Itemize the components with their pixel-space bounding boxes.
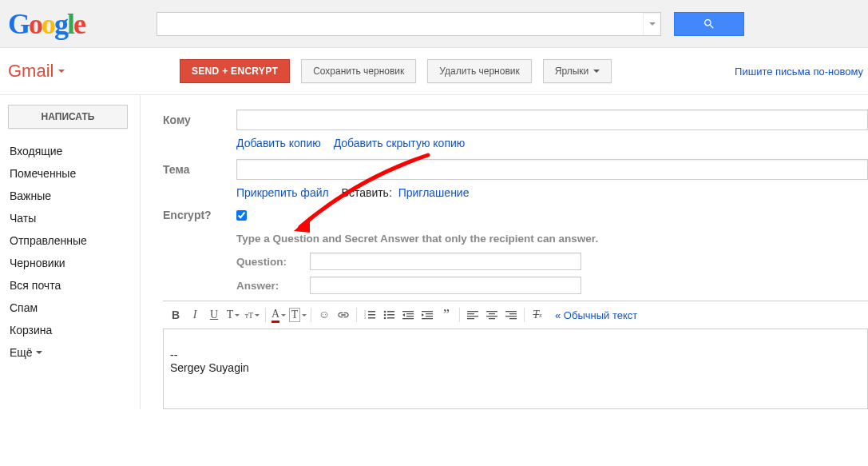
- sidebar-item-inbox[interactable]: Входящие: [8, 140, 132, 162]
- svg-rect-3: [368, 317, 375, 319]
- svg-rect-25: [467, 316, 478, 317]
- question-label: Question:: [236, 256, 310, 268]
- svg-rect-18: [422, 311, 433, 312]
- insert-invite-link[interactable]: Приглашение: [398, 186, 470, 199]
- svg-rect-24: [467, 313, 474, 314]
- align-right-icon: [505, 310, 517, 320]
- svg-rect-30: [489, 318, 495, 319]
- sidebar-item-spam[interactable]: Спам: [8, 297, 132, 319]
- gmail-brand-label: Gmail: [8, 61, 54, 82]
- to-label: Кому: [163, 114, 236, 126]
- signature-text: Sergey Suyagin: [170, 361, 861, 374]
- bold-button[interactable]: B: [166, 306, 185, 324]
- svg-marker-22: [422, 313, 424, 317]
- svg-rect-12: [387, 317, 394, 319]
- svg-rect-2: [368, 314, 375, 316]
- save-draft-button[interactable]: Сохранить черновик: [301, 59, 416, 83]
- align-center-button[interactable]: [482, 306, 501, 324]
- svg-rect-33: [505, 316, 517, 317]
- add-cc-link[interactable]: Добавить копию: [236, 137, 321, 149]
- svg-point-9: [384, 317, 386, 320]
- sidebar-item-allmail[interactable]: Вся почта: [8, 274, 132, 297]
- align-left-button[interactable]: [463, 306, 482, 324]
- align-center-icon: [486, 310, 497, 320]
- quote-button[interactable]: ”: [437, 306, 456, 324]
- indent-icon: [422, 310, 433, 320]
- caret-down-icon: [593, 70, 600, 73]
- numbered-list-button[interactable]: 123: [360, 306, 379, 324]
- compose-button[interactable]: НАПИСАТЬ: [8, 105, 128, 129]
- emoji-button[interactable]: ☺: [315, 306, 334, 324]
- answer-input[interactable]: [310, 277, 581, 294]
- svg-rect-14: [406, 313, 414, 314]
- gmail-brand[interactable]: Gmail: [8, 61, 172, 82]
- svg-rect-11: [387, 314, 394, 316]
- fontsize-button[interactable]: тT: [243, 306, 262, 324]
- sidebar-item-important[interactable]: Важные: [8, 185, 132, 207]
- answer-label: Answer:: [236, 280, 310, 292]
- svg-rect-29: [486, 316, 497, 317]
- outdent-button[interactable]: [398, 306, 418, 324]
- sidebar-item-starred[interactable]: Помеченные: [8, 162, 132, 185]
- svg-rect-32: [509, 313, 517, 314]
- sidebar-item-more[interactable]: Ещё: [8, 341, 132, 364]
- search-wrap: [157, 12, 744, 36]
- sidebar-item-chats[interactable]: Чаты: [8, 207, 132, 229]
- encrypt-label: Encrypt?: [163, 209, 236, 221]
- attach-file-link[interactable]: Прикрепить файл: [236, 186, 329, 199]
- encrypt-checkbox[interactable]: [236, 210, 247, 221]
- svg-marker-17: [402, 313, 405, 317]
- question-input[interactable]: [310, 253, 581, 270]
- separator: [524, 308, 525, 322]
- plaintext-link[interactable]: « Обычный текст: [555, 309, 637, 321]
- numbered-list-icon: 123: [364, 310, 375, 320]
- topbar: Google: [0, 0, 868, 48]
- underline-button[interactable]: U: [204, 306, 224, 324]
- search-options-dropdown[interactable]: [643, 13, 660, 35]
- to-row: Кому: [163, 110, 868, 130]
- send-encrypt-button[interactable]: SEND + ENCRYPT: [180, 59, 290, 83]
- labels-button-label: Ярлыки: [555, 66, 589, 77]
- delete-draft-button[interactable]: Удалить черновик: [427, 59, 531, 83]
- subject-row: Тема: [163, 159, 868, 180]
- indent-button[interactable]: [418, 306, 437, 324]
- subject-label: Тема: [163, 163, 236, 176]
- svg-rect-31: [505, 311, 517, 312]
- svg-point-7: [384, 311, 386, 313]
- svg-rect-28: [489, 313, 495, 314]
- search-button[interactable]: [674, 12, 744, 36]
- insert-label: Вставить:: [342, 186, 392, 199]
- caret-down-icon: [649, 22, 656, 26]
- subject-input[interactable]: [236, 159, 868, 180]
- labels-button[interactable]: Ярлыки: [543, 59, 612, 83]
- align-right-button[interactable]: [501, 306, 521, 324]
- svg-point-8: [384, 314, 386, 317]
- svg-rect-26: [467, 318, 474, 319]
- highlight-button[interactable]: T: [288, 306, 307, 324]
- sidebar-item-sent[interactable]: Отправленные: [8, 229, 132, 252]
- sidebar-item-drafts[interactable]: Черновики: [8, 252, 132, 274]
- new-compose-link[interactable]: Пишите письма по-новому: [735, 66, 863, 78]
- to-sublinks: Добавить копию Добавить скрытую копию: [236, 137, 868, 149]
- message-body[interactable]: -- Sergey Suyagin: [163, 329, 868, 409]
- bullet-list-button[interactable]: [379, 306, 398, 324]
- italic-button[interactable]: I: [185, 306, 204, 324]
- search-input[interactable]: [157, 13, 643, 35]
- add-bcc-link[interactable]: Добавить скрытую копию: [334, 137, 466, 149]
- sidebar-item-trash[interactable]: Корзина: [8, 319, 132, 341]
- svg-rect-10: [387, 311, 394, 313]
- fontfamily-button[interactable]: T: [224, 306, 243, 324]
- align-left-icon: [467, 310, 478, 320]
- to-input[interactable]: [236, 110, 868, 130]
- remove-format-button[interactable]: Tx: [528, 306, 547, 324]
- google-logo: Google: [8, 7, 85, 41]
- caret-down-icon: [255, 314, 260, 317]
- search-icon: [703, 18, 715, 30]
- link-button[interactable]: [334, 306, 353, 324]
- textcolor-button[interactable]: A: [269, 306, 288, 324]
- caret-down-icon: [235, 314, 240, 317]
- svg-text:3: 3: [364, 316, 366, 320]
- encrypt-hint: Type a Question and Secret Answer that o…: [236, 233, 868, 245]
- caret-down-icon: [36, 351, 42, 354]
- outdent-icon: [402, 310, 414, 320]
